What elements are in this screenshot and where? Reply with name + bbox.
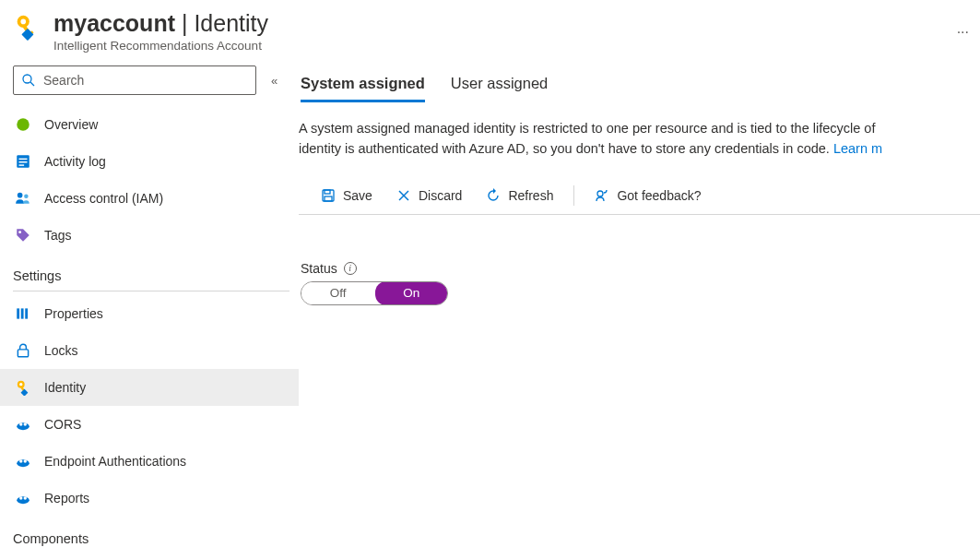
svg-rect-22 [20,389,28,396]
svg-point-14 [18,231,21,233]
learn-more-link[interactable]: Learn m [833,141,882,156]
svg-line-6 [30,82,34,86]
sidebar-item-locks[interactable]: Locks [13,332,299,369]
search-box[interactable] [13,65,256,95]
svg-point-31 [24,496,27,499]
sidebar-item-label: Endpoint Authentications [44,454,186,469]
tags-icon [15,227,31,244]
overview-icon [15,116,31,133]
sidebar-item-label: Properties [44,306,103,321]
sidebar-item-properties[interactable]: Properties [13,295,299,332]
sidebar: « Overview Activity log Access control (… [0,62,299,559]
refresh-button[interactable]: Refresh [477,184,562,207]
svg-point-13 [24,195,29,199]
page-header: myaccount | Identity Intelligent Recomme… [0,0,980,62]
endpoint-auth-icon [15,453,31,470]
svg-rect-11 [19,164,25,165]
collapse-sidebar-button[interactable]: « [271,74,277,88]
save-button[interactable]: Save [312,184,382,207]
sidebar-item-overview[interactable]: Overview [13,106,299,143]
svg-point-28 [24,459,27,462]
svg-rect-4 [21,29,33,41]
svg-point-12 [18,193,23,198]
toolbar-divider [573,185,574,206]
feedback-button[interactable]: Got feedback? [585,184,710,207]
sidebar-item-reports[interactable]: Reports [13,480,299,517]
svg-point-25 [24,422,27,425]
svg-rect-33 [325,190,330,194]
key-icon [13,13,41,41]
page-title: myaccount | Identity [53,9,927,37]
sidebar-section-settings: Settings [13,268,299,283]
svg-rect-17 [25,308,28,318]
status-section: Status i Off On [299,261,980,305]
identity-icon [15,379,31,396]
lock-icon [15,342,31,359]
tab-system-assigned[interactable]: System assigned [301,75,425,102]
svg-point-37 [597,191,603,196]
save-icon [321,188,336,203]
sidebar-item-label: Access control (IAM) [44,191,163,206]
svg-point-30 [19,496,22,499]
page-subtitle: Intelligent Recommendations Account [53,39,927,53]
sidebar-item-access-control[interactable]: Access control (IAM) [13,180,299,217]
toggle-on[interactable]: On [375,281,449,305]
sidebar-item-label: Activity log [44,154,106,169]
svg-rect-34 [325,196,332,201]
sidebar-item-identity[interactable]: Identity [0,369,299,406]
search-icon [21,73,36,88]
discard-button[interactable]: Discard [387,184,471,207]
svg-point-27 [19,459,22,462]
svg-rect-18 [18,350,28,357]
sidebar-item-label: Tags [44,228,72,243]
sidebar-item-cors[interactable]: CORS [13,406,299,443]
search-input[interactable] [43,73,248,88]
cors-icon [15,416,31,433]
svg-rect-16 [21,308,24,318]
toolbar: Save Discard Refresh Got feedback? [299,178,980,215]
svg-point-29 [17,496,30,504]
sidebar-item-label: Locks [44,343,78,358]
svg-point-24 [19,422,22,425]
sidebar-item-label: Reports [44,491,89,505]
svg-point-26 [17,459,30,467]
svg-point-20 [19,383,22,386]
sidebar-section-components: Components [13,531,299,546]
svg-point-23 [17,422,30,430]
feedback-icon [595,188,609,203]
svg-rect-10 [19,161,28,162]
tabs: System assigned User assigned [299,75,980,102]
activity-log-icon [15,153,31,170]
properties-icon [15,305,31,322]
refresh-icon [486,188,501,203]
sidebar-item-activity-log[interactable]: Activity log [13,143,299,180]
identity-description: A system assigned managed identity is re… [299,119,980,160]
reports-icon [15,490,31,506]
divider [13,291,289,291]
discard-icon [396,188,411,203]
toggle-off[interactable]: Off [301,282,375,304]
sidebar-item-label: CORS [44,417,81,432]
sidebar-item-tags[interactable]: Tags [13,217,299,254]
status-toggle[interactable]: Off On [301,281,448,305]
more-button[interactable]: ··· [946,18,980,46]
tab-user-assigned[interactable]: User assigned [451,75,548,102]
svg-rect-15 [17,308,19,318]
svg-point-5 [23,75,31,83]
sidebar-item-label: Identity [44,380,86,395]
svg-point-7 [17,118,30,131]
info-icon[interactable]: i [344,262,357,275]
svg-rect-9 [19,159,28,160]
status-label: Status [301,261,337,276]
sidebar-item-endpoint-auth[interactable]: Endpoint Authentications [13,443,299,480]
access-control-icon [15,190,31,207]
main-content: System assigned User assigned A system a… [299,62,980,559]
svg-point-1 [20,19,26,25]
sidebar-item-label: Overview [44,117,98,132]
